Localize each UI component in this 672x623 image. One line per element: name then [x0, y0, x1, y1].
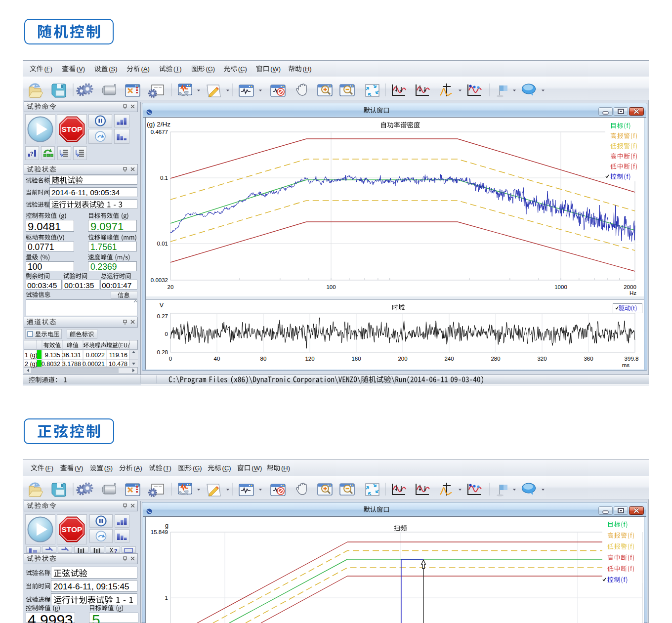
- svg-text:1.7561: 1.7561: [90, 242, 117, 252]
- svg-text:(V): (V): [75, 464, 83, 472]
- svg-text:200: 200: [398, 356, 407, 362]
- svg-text:Hz: Hz: [630, 290, 636, 296]
- svg-text:-0.28: -0.28: [155, 349, 168, 355]
- svg-text:0.27: 0.27: [157, 313, 168, 319]
- svg-text:(W): (W): [252, 464, 262, 472]
- svg-text:119.16: 119.16: [109, 352, 127, 359]
- svg-text:20: 20: [168, 284, 174, 290]
- svg-text:0.4677: 0.4677: [151, 129, 168, 135]
- svg-text:0.0022: 0.0022: [86, 352, 105, 359]
- svg-text:10.478: 10.478: [109, 361, 127, 368]
- svg-text:100: 100: [326, 284, 336, 290]
- svg-text:(T): (T): [173, 65, 182, 73]
- svg-text:280: 280: [491, 356, 500, 362]
- svg-text:(F): (F): [44, 65, 52, 73]
- svg-text:(V): (V): [77, 65, 85, 73]
- svg-text:(A): (A): [134, 464, 142, 472]
- svg-text:(T): (T): [163, 464, 171, 472]
- svg-text:2 (g): 2 (g): [25, 361, 38, 368]
- svg-text:STOP: STOP: [62, 125, 83, 133]
- svg-text:9.135: 9.135: [45, 352, 60, 359]
- svg-text:2014-6-11, 09:15:45: 2014-6-11, 09:15:45: [53, 581, 129, 591]
- svg-text:160: 160: [351, 356, 361, 362]
- svg-text:0.1: 0.1: [160, 175, 168, 181]
- svg-text:2014-6-11, 09:05:34: 2014-6-11, 09:05:34: [51, 188, 120, 197]
- svg-text:?: ?: [114, 548, 117, 554]
- svg-text:240: 240: [444, 356, 454, 362]
- svg-text:00:01:35: 00:01:35: [64, 281, 94, 290]
- svg-text:V: V: [160, 302, 164, 309]
- svg-text:0.0032: 0.0032: [151, 277, 168, 283]
- svg-text:36.131: 36.131: [62, 352, 81, 359]
- svg-text:5: 5: [92, 612, 100, 623]
- svg-text:ms: ms: [622, 362, 630, 368]
- svg-text:g: g: [165, 522, 168, 529]
- svg-text:(C): (C): [238, 65, 247, 73]
- svg-text:0.00021: 0.00021: [83, 361, 105, 368]
- svg-text:STOP: STOP: [62, 525, 83, 534]
- svg-text:00:01:47: 00:01:47: [102, 281, 131, 290]
- svg-text:0.01: 0.01: [157, 241, 168, 247]
- svg-text:80: 80: [260, 356, 267, 362]
- svg-text:(H): (H): [303, 65, 312, 73]
- svg-text:(S): (S): [109, 65, 117, 73]
- svg-text:(F): (F): [45, 464, 53, 472]
- svg-text:?: ?: [30, 151, 34, 157]
- svg-text:0.0771: 0.0771: [28, 242, 54, 252]
- svg-text:1 (g): 1 (g): [25, 352, 38, 359]
- svg-text:(S): (S): [104, 464, 113, 472]
- svg-text:(A): (A): [141, 65, 150, 73]
- svg-text:100: 100: [28, 262, 42, 272]
- svg-text:3.1788: 3.1788: [62, 361, 81, 368]
- svg-text:0: 0: [165, 331, 168, 337]
- svg-text:(H): (H): [281, 464, 290, 472]
- svg-text:9.0971: 9.0971: [90, 220, 124, 233]
- svg-text:(C): (C): [222, 464, 231, 472]
- svg-text:399.8: 399.8: [625, 356, 639, 362]
- svg-text:120: 120: [305, 356, 314, 362]
- svg-text:(W): (W): [270, 65, 281, 73]
- svg-text:40: 40: [214, 356, 220, 362]
- svg-text:360: 360: [584, 356, 593, 362]
- svg-text:(G): (G): [193, 464, 202, 472]
- svg-text:0.2369: 0.2369: [90, 262, 117, 272]
- svg-text:(g) 2/Hz: (g) 2/Hz: [147, 121, 170, 128]
- svg-text:15.849: 15.849: [151, 529, 168, 535]
- svg-text:9.0481: 9.0481: [28, 220, 61, 233]
- svg-text:0: 0: [169, 356, 172, 362]
- svg-text:4.9993: 4.9993: [28, 612, 73, 623]
- svg-text:0.8032: 0.8032: [42, 361, 60, 368]
- svg-text:1: 1: [165, 595, 168, 601]
- svg-text:320: 320: [537, 356, 546, 362]
- svg-text:1000: 1000: [554, 284, 567, 290]
- svg-text:00:03:45: 00:03:45: [27, 281, 57, 290]
- svg-text:(G): (G): [206, 65, 215, 73]
- svg-text:2000: 2000: [624, 284, 636, 290]
